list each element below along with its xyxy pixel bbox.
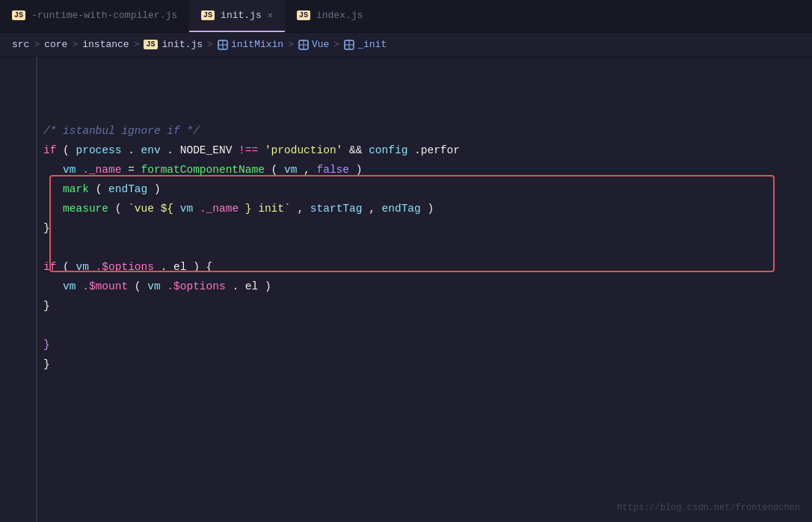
code-line-if-mount: if ( vm .$options . el ) {	[43, 257, 812, 277]
line-num	[6, 121, 31, 141]
line-num	[6, 510, 31, 522]
line-num	[6, 491, 31, 510]
tab-label: -runtime-with-compiler.js	[31, 10, 177, 21]
tab-index[interactable]: JS index.js	[285, 0, 375, 32]
comment-text: /* istanbul ignore if */	[43, 125, 200, 137]
code-line-vmname: vm ._name = formatComponentName ( vm , f…	[43, 160, 812, 179]
breadcrumb-sep-4: >	[207, 39, 213, 50]
code-area: /* istanbul ignore if */ if ( process . …	[0, 57, 812, 522]
code-line-if1: if ( process . env . NODE_ENV !== 'produ…	[43, 141, 812, 160]
line-num	[6, 102, 31, 121]
line-num	[6, 432, 31, 452]
code-line-comment: /* istanbul ignore if */	[43, 121, 812, 141]
line-numbers	[0, 57, 37, 522]
tab-init[interactable]: JS init.js ✕	[189, 0, 285, 32]
breadcrumb-instance: instance	[82, 39, 129, 50]
line-num	[6, 199, 31, 218]
breadcrumb: src > core > instance > JS init.js > ini…	[0, 33, 812, 57]
close-icon[interactable]: ✕	[268, 10, 273, 21]
js-icon-breadcrumb: JS	[144, 40, 157, 49]
tab-bar: JS -runtime-with-compiler.js JS init.js …	[0, 0, 812, 33]
breadcrumb-init-method: _init	[344, 39, 387, 50]
line-num	[6, 316, 31, 335]
code-line-blank1	[43, 63, 812, 82]
tab-label: init.js	[221, 10, 262, 21]
line-num	[6, 238, 31, 257]
line-num	[6, 277, 31, 296]
line-num	[6, 335, 31, 354]
breadcrumb-src: src	[12, 39, 29, 50]
cube-icon-1	[218, 40, 228, 50]
line-num	[6, 393, 31, 413]
breadcrumb-initjs: init.js	[162, 39, 203, 50]
tab-runtime-compiler[interactable]: JS -runtime-with-compiler.js	[0, 0, 189, 32]
breadcrumb-core: core	[44, 39, 67, 50]
code-content: /* istanbul ignore if */ if ( process . …	[37, 57, 812, 522]
line-num	[6, 374, 31, 393]
kw-if: if	[43, 144, 56, 156]
breadcrumb-sep-1: >	[34, 39, 40, 50]
code-line-measure: measure ( `vue ${ vm ._name } init` , st…	[43, 199, 812, 218]
cube-icon-3	[344, 40, 354, 50]
line-num	[6, 257, 31, 277]
code-line-close-final: }	[43, 354, 812, 374]
cube-icon-2	[298, 40, 309, 50]
code-line-blank3	[43, 102, 812, 121]
line-num	[6, 354, 31, 374]
breadcrumb-sep-5: >	[288, 39, 294, 50]
line-num	[6, 471, 31, 491]
code-line-mark: mark ( endTag )	[43, 179, 812, 199]
code-line-close1: }	[43, 218, 812, 238]
code-line-blank2	[43, 82, 812, 102]
code-line-close2: }	[43, 296, 812, 316]
line-num	[6, 63, 31, 82]
breadcrumb-sep-3: >	[134, 39, 140, 50]
breadcrumb-vue: Vue	[298, 39, 329, 50]
line-num	[6, 160, 31, 179]
line-num	[6, 141, 31, 160]
line-num	[6, 296, 31, 316]
line-num	[6, 452, 31, 471]
js-icon: JS	[297, 10, 310, 20]
code-line-blank4	[43, 238, 812, 257]
code-line-close-outer: }	[43, 335, 812, 354]
line-num	[6, 413, 31, 432]
watermark: https://blog.csdn.net/frontendchen	[617, 503, 800, 513]
line-num	[6, 218, 31, 238]
code-line-blank5	[43, 316, 812, 335]
code-line-mount: vm .$mount ( vm .$options . el )	[43, 277, 812, 296]
line-num	[6, 82, 31, 102]
js-icon: JS	[12, 10, 25, 20]
line-num	[6, 179, 31, 199]
js-icon: JS	[201, 10, 215, 20]
tab-label: index.js	[316, 10, 363, 21]
breadcrumb-initmixin: initMixin	[218, 39, 283, 50]
breadcrumb-sep-2: >	[72, 39, 78, 50]
breadcrumb-sep-6: >	[333, 39, 339, 50]
